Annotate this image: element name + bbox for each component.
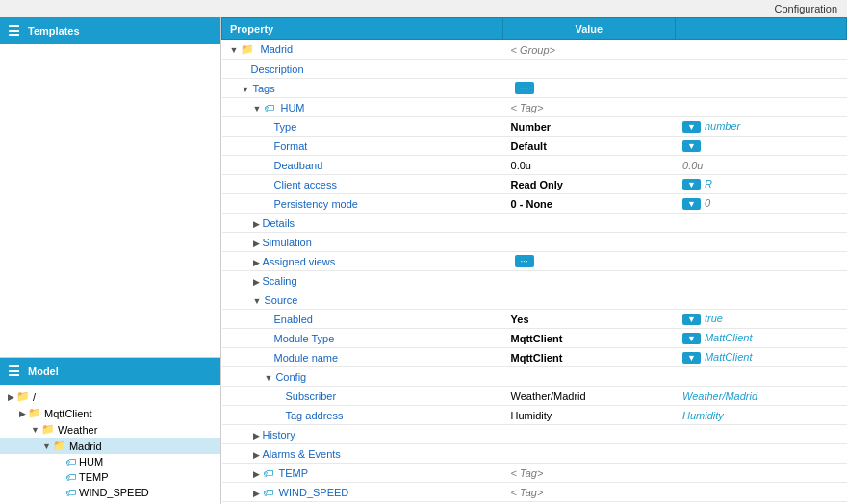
templates-header: ☰ Templates: [0, 17, 220, 44]
property-cell: Persistency mode: [222, 194, 503, 214]
extra-cell: [675, 271, 846, 290]
dropdown-button[interactable]: ▼: [682, 352, 701, 364]
property-name: Source: [264, 294, 297, 306]
tree-item[interactable]: ▶ 📁/: [0, 389, 220, 405]
tree-arrow[interactable]: ▶: [8, 392, 14, 402]
property-cell: Module name: [222, 348, 503, 367]
row-tag-icon: 🏷: [263, 467, 276, 479]
dropdown-button[interactable]: ▼: [682, 314, 701, 325]
tree-item[interactable]: ▼ 📁Madrid: [0, 438, 220, 454]
dots-button[interactable]: ···: [515, 82, 534, 94]
value-cell: Number: [503, 117, 675, 137]
row-arrow[interactable]: ▼: [230, 45, 239, 55]
left-panel: ☰ Templates ☰ Model ▶ 📁/▶ 📁MqttClient▼ 📁…: [0, 17, 221, 504]
tree-arrow[interactable]: ▼: [42, 441, 51, 451]
tree-arrow[interactable]: ▶: [19, 409, 26, 418]
value-cell: [503, 444, 675, 464]
col-value: Value: [503, 18, 675, 40]
value-group: < Group​>: [511, 44, 555, 56]
extra-cell: ▼MattClient: [675, 329, 846, 348]
property-cell: ▶🏷 TEMP: [222, 464, 503, 483]
col-property: Property: [222, 18, 503, 40]
tree-item-label: Madrid: [69, 441, 102, 452]
model-header: ☰ Model: [0, 358, 220, 385]
value-bold: Yes: [511, 314, 529, 325]
model-menu-icon[interactable]: ☰: [8, 364, 20, 379]
property-cell: Module Type: [222, 329, 503, 348]
value-tag: < Tag>: [511, 487, 544, 498]
extra-cell: [675, 98, 846, 117]
value-plain: Humidity: [511, 410, 552, 421]
value-cell: 0 - None: [503, 194, 675, 214]
tree-item-label: MqttClient: [44, 408, 92, 419]
extra-cell: ▼0: [675, 194, 846, 214]
value-cell: MqttClient: [503, 329, 675, 348]
property-name: Format: [274, 140, 308, 152]
tree-item[interactable]: ▼ 📁Weather: [0, 421, 220, 438]
row-arrow[interactable]: ▶: [253, 239, 260, 248]
value-cell: < Tag>: [503, 98, 675, 117]
row-arrow[interactable]: ▼: [242, 85, 250, 94]
templates-menu-icon[interactable]: ☰: [8, 23, 20, 38]
property-name: History: [263, 429, 295, 441]
value-plain: 0: [705, 197, 710, 209]
extra-italic: Humidity: [682, 410, 724, 421]
table-row: Deadband0.0u0.0u: [222, 156, 847, 175]
extra-cell: [675, 233, 846, 252]
tag-icon: 🏷: [65, 471, 76, 483]
property-name: Subscriber: [286, 391, 337, 402]
value-cell: [503, 425, 675, 444]
extra-cell: ▼true: [675, 310, 846, 329]
value-cell: Yes: [503, 310, 675, 329]
value-italic: MattClient: [705, 351, 753, 363]
row-arrow[interactable]: ▶: [253, 489, 260, 498]
row-arrow[interactable]: ▼: [253, 104, 262, 113]
property-name: Assigned views: [263, 256, 336, 267]
tree-item[interactable]: 🏷WIND_SPEED: [0, 485, 220, 500]
property-cell: Deadband: [222, 156, 503, 175]
property-name: Module name: [274, 352, 339, 364]
model-section: ☰ Model ▶ 📁/▶ 📁MqttClient▼ 📁Weather▼ 📁Ma…: [0, 357, 220, 504]
tree-item[interactable]: ▶ 📁MqttClient: [0, 405, 220, 421]
row-arrow[interactable]: ▼: [253, 296, 262, 306]
config-table: Property Value ▼📁 Madrid< Group​>Descrip…: [221, 17, 847, 504]
dropdown-button[interactable]: ▼: [682, 140, 701, 152]
table-row: TypeNumber▼number: [222, 117, 847, 137]
dropdown-button[interactable]: ▼: [682, 198, 701, 210]
table-row: Module TypeMqttClient▼MattClient: [222, 329, 847, 348]
extra-cell: [675, 214, 846, 233]
row-arrow[interactable]: ▼: [265, 373, 273, 383]
value-cell: MqttClient: [503, 348, 675, 367]
value-cell: Weather/Madrid: [503, 387, 675, 406]
dropdown-button[interactable]: ▼: [682, 121, 701, 133]
tree-arrow[interactable]: ▼: [31, 425, 39, 435]
row-arrow[interactable]: ▶: [253, 258, 260, 267]
row-arrow[interactable]: ▶: [253, 431, 260, 441]
extra-cell: [675, 367, 846, 387]
property-cell: ▶Simulation: [222, 233, 503, 252]
tag-icon: 🏷: [65, 456, 76, 467]
tag-icon: 🏷: [65, 487, 76, 498]
property-cell: Enabled: [222, 310, 503, 329]
value-cell: [503, 367, 675, 387]
property-cell: Tag address: [222, 406, 503, 425]
value-bold: Read Only: [511, 179, 563, 190]
tree-item-label: Weather: [58, 424, 97, 436]
property-cell: ▼Tags: [222, 79, 503, 98]
tree-item-label: HUM: [79, 456, 103, 467]
property-name: Config: [275, 371, 306, 383]
dots-button[interactable]: ···: [515, 255, 534, 267]
row-arrow[interactable]: ▶: [253, 450, 260, 460]
tree-item[interactable]: 🏷TEMP: [0, 469, 220, 485]
property-name: Module Type: [274, 333, 335, 344]
row-arrow[interactable]: ▶: [253, 469, 260, 479]
property-cell: ▼Source: [222, 290, 503, 310]
tree-item[interactable]: 🏷HUM: [0, 454, 220, 469]
value-cell: Default: [503, 137, 675, 156]
row-arrow[interactable]: ▶: [253, 219, 260, 229]
table-row: ▶🏷 WIND_SPEED< Tag>: [222, 483, 847, 502]
dropdown-button[interactable]: ▼: [682, 333, 701, 344]
extra-italic: Weather/Madrid: [682, 391, 757, 402]
dropdown-button[interactable]: ▼: [682, 179, 701, 190]
row-arrow[interactable]: ▶: [253, 277, 260, 287]
